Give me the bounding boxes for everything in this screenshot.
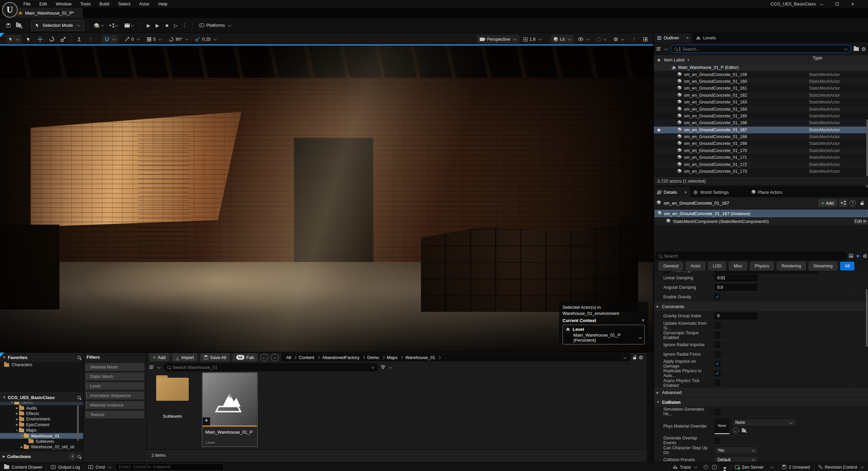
- breadcrumb-maps[interactable]: Maps: [386, 355, 399, 360]
- outliner-row[interactable]: sm_en_GroundConcrete_01_164StaticMeshAct…: [654, 106, 868, 112]
- category-pill-rendering[interactable]: Rendering: [777, 262, 806, 270]
- tree-item-environment[interactable]: ▶Environment: [0, 416, 83, 422]
- property-checkbox[interactable]: [715, 352, 720, 357]
- viewport-3d-scene[interactable]: Selected Actor(s) in Warehouse_01_enviro…: [0, 45, 653, 352]
- asset-thumbnail[interactable]: None: [715, 418, 730, 434]
- category-pill-all[interactable]: All: [840, 262, 854, 270]
- property-checkbox[interactable]: [715, 332, 720, 338]
- search-chevron[interactable]: [371, 365, 375, 369]
- add-component-button[interactable]: + Add: [818, 199, 837, 207]
- use-selected-icon[interactable]: ←: [733, 428, 739, 433]
- menu-item-select[interactable]: Select: [114, 0, 135, 8]
- filter-pill-static-mesh[interactable]: Static Mesh: [86, 373, 144, 380]
- outliner-filter-icon[interactable]: [657, 47, 661, 51]
- property-checkbox[interactable]: [715, 323, 720, 328]
- expand-icon[interactable]: ▶: [15, 407, 19, 410]
- menu-item-edit[interactable]: Edit: [35, 0, 51, 8]
- toolbar-dots-icon[interactable]: ⋮: [86, 34, 96, 44]
- breadcrumb-abandonedfactory[interactable]: AbandonedFactory: [321, 355, 361, 360]
- restore-button[interactable]: [830, 0, 844, 8]
- snap-rotate-dropdown[interactable]: [102, 35, 118, 44]
- level-context-box[interactable]: Level Main_Warehouse_01_P (Persistent): [562, 325, 645, 344]
- snapshot-gauge-icon[interactable]: [710, 463, 719, 471]
- background-tasks-icon[interactable]: [719, 463, 731, 471]
- sort-options-icon[interactable]: [381, 365, 385, 369]
- tree-item-effects[interactable]: ▶Effects: [0, 411, 83, 416]
- tree-item-maps[interactable]: ▼Maps: [0, 428, 83, 433]
- collapse-icon[interactable]: ▼: [3, 396, 6, 399]
- rotation-snap-dropdown[interactable]: 90°: [166, 35, 191, 44]
- filter-pill-level[interactable]: Level: [86, 382, 144, 390]
- outliner-row[interactable]: sm_en_GroundConcrete_01_166StaticMeshAct…: [654, 119, 868, 126]
- asset-dropdown[interactable]: None: [732, 419, 796, 426]
- expand-icon[interactable]: ▶: [20, 446, 24, 449]
- property-checkbox[interactable]: [715, 342, 720, 347]
- tree-item-sublevels[interactable]: Sublevels: [0, 439, 83, 444]
- context-collapse-icon[interactable]: ▼: [642, 319, 645, 322]
- asset-tile-folder[interactable]: Sublevels: [153, 373, 191, 441]
- outliner-row[interactable]: sm_en_GroundConcrete_01_163StaticMeshAct…: [654, 99, 868, 106]
- menu-item-build[interactable]: Build: [95, 0, 114, 8]
- category-pill-streaming[interactable]: Streaming: [809, 262, 837, 270]
- tab-place-actors[interactable]: Place Actors: [748, 187, 786, 197]
- category-pill-physics[interactable]: Physics: [750, 262, 774, 270]
- property-dropdown[interactable]: Default: [715, 456, 758, 462]
- level-dropdown-chevron[interactable]: [639, 336, 642, 339]
- favorite-item-characters[interactable]: Characters: [0, 362, 83, 368]
- help-icon[interactable]: ?: [849, 200, 856, 206]
- tree-scrollbar[interactable]: [77, 405, 79, 441]
- scale-tool-icon[interactable]: [58, 34, 68, 44]
- tree-item-demo[interactable]: ▼Demo: [0, 402, 83, 405]
- close-button[interactable]: ×: [846, 0, 860, 8]
- blueprints-dropdown[interactable]: [107, 20, 122, 31]
- viewport-mode-dropdown[interactable]: [6, 35, 22, 44]
- viewport-settings-dropdown[interactable]: ⚙: [611, 35, 627, 44]
- menu-item-window[interactable]: Window: [51, 0, 76, 8]
- property-checkbox[interactable]: [715, 380, 720, 386]
- import-button[interactable]: ↓Import: [172, 353, 198, 361]
- tree-item-warehouse_02_old_str[interactable]: ▶Warehouse_02_old_str: [0, 444, 83, 450]
- details-scrollbar[interactable]: [866, 289, 868, 347]
- property-checkbox[interactable]: ✓: [715, 294, 720, 300]
- menu-item-tools[interactable]: Tools: [76, 0, 95, 8]
- add-actor-dropdown[interactable]: +: [92, 20, 107, 31]
- breadcrumb-dropdown-chevron[interactable]: [623, 355, 627, 359]
- menu-item-file[interactable]: File: [19, 0, 35, 8]
- transform-space-icon[interactable]: [74, 34, 84, 44]
- maximize-viewport-icon[interactable]: [640, 34, 650, 44]
- rotate-tool-icon[interactable]: [47, 34, 57, 44]
- category-pill-lod[interactable]: LOD: [708, 262, 726, 270]
- edit-in-cpp-link[interactable]: Edit in C++: [854, 219, 868, 224]
- zen-server-dropdown[interactable]: Zen Server: [731, 463, 778, 471]
- category-advanced[interactable]: ▶Advanced: [654, 388, 868, 397]
- outliner-row[interactable]: sm_en_GroundConcrete_01_159StaticMeshAct…: [654, 71, 868, 78]
- menu-item-help[interactable]: Help: [154, 0, 172, 8]
- property-dropdown[interactable]: Yes: [715, 447, 758, 454]
- breadcrumb-content[interactable]: Content: [297, 355, 316, 360]
- new-folder-icon[interactable]: [854, 47, 859, 51]
- outliner-column-header[interactable]: ◉ Item Label ▲ Type: [654, 55, 868, 64]
- property-input[interactable]: 0.0: [715, 284, 757, 291]
- breadcrumb-all[interactable]: All: [285, 355, 292, 360]
- menu-item-actor[interactable]: Actor: [135, 0, 154, 8]
- search-icon[interactable]: [77, 455, 80, 458]
- screen-percentage-dropdown[interactable]: 1.6: [521, 35, 545, 44]
- move-tool-icon[interactable]: [35, 34, 45, 44]
- surface-snap-dropdown[interactable]: 0: [122, 35, 143, 44]
- insights-gauge-icon[interactable]: [702, 463, 710, 471]
- show-flags-dropdown[interactable]: [575, 35, 592, 44]
- outliner-row[interactable]: sm_en_GroundConcrete_01_162StaticMeshAct…: [654, 92, 868, 99]
- stop-button[interactable]: ■: [163, 20, 171, 31]
- minimize-button[interactable]: –: [815, 0, 828, 8]
- override-checkbox[interactable]: [663, 271, 669, 273]
- close-tab-icon[interactable]: ×: [686, 36, 689, 40]
- filter-pill-animation-sequence[interactable]: Animation Sequence: [86, 392, 144, 399]
- fab-button[interactable]: fabFab: [233, 353, 258, 361]
- skip-button[interactable]: ▶: [153, 20, 163, 31]
- outliner-row[interactable]: sm_en_GroundConcrete_01_169StaticMeshAct…: [654, 140, 868, 147]
- lock-icon[interactable]: [633, 357, 636, 359]
- details-search-input[interactable]: Search: [655, 252, 846, 260]
- lit-mode-dropdown[interactable]: Lit: [551, 35, 574, 44]
- outliner-row[interactable]: sm_en_GroundConcrete_01_172StaticMeshAct…: [654, 161, 868, 168]
- outliner-row[interactable]: sm_en_GroundConcrete_01_160StaticMeshAct…: [654, 78, 868, 85]
